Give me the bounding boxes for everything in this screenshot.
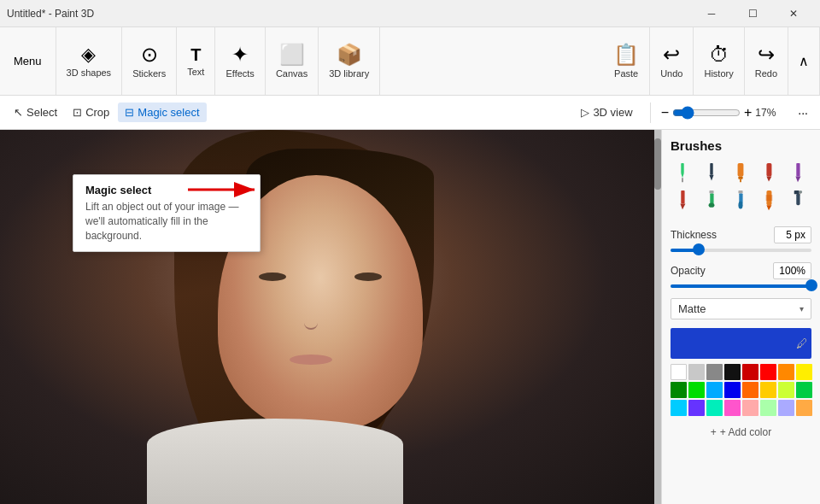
color-cyan[interactable] (671, 400, 687, 416)
ribbon-label: History (704, 68, 733, 79)
brush-crayon[interactable] (757, 189, 781, 213)
thickness-thumb[interactable] (693, 243, 705, 255)
color-palette (671, 364, 811, 416)
svg-rect-19 (738, 190, 742, 193)
eyedropper-button[interactable]: 🖊 (796, 337, 808, 350)
chevron-down-icon: ▾ (800, 304, 804, 314)
opacity-thumb[interactable] (805, 279, 817, 291)
thickness-slider[interactable] (671, 249, 811, 252)
menu-button[interactable]: Menu (0, 27, 56, 95)
color-light-green[interactable] (760, 400, 776, 416)
effects-icon: ✦ (231, 44, 249, 65)
opacity-value[interactable]: 100% (773, 262, 811, 279)
close-button[interactable]: ✕ (774, 0, 813, 27)
color-dark-red[interactable] (742, 364, 758, 380)
window-title: Untitled* - Paint 3D (7, 8, 94, 20)
brush-pencil-red[interactable] (671, 189, 694, 213)
main-content: Magic select Lift an object out of your … (0, 130, 820, 504)
color-orange2[interactable] (742, 382, 758, 398)
ribbon-text[interactable]: T Text (177, 27, 215, 95)
color-light-pink[interactable] (742, 400, 758, 416)
opacity-slider[interactable] (671, 284, 811, 288)
minimize-button[interactable]: ─ (692, 0, 731, 27)
color-gray[interactable] (706, 364, 723, 380)
ribbon-label: Undo (660, 68, 682, 79)
canvas-area[interactable]: Magic select Lift an object out of your … (0, 130, 661, 504)
svg-marker-3 (681, 173, 683, 178)
svg-marker-15 (680, 203, 685, 209)
zoom-in-icon[interactable]: + (744, 105, 752, 120)
color-mint[interactable] (706, 400, 723, 416)
color-red[interactable] (760, 364, 776, 380)
ribbon-label: 3D shapes (67, 67, 112, 78)
color-orange[interactable] (778, 364, 794, 380)
brush-marker2[interactable] (757, 161, 781, 185)
crop-tool[interactable]: ⊡ Crop (66, 103, 116, 122)
opacity-label: Opacity (671, 265, 706, 277)
ribbon-canvas[interactable]: ⬜ Canvas (266, 27, 319, 95)
color-peach[interactable] (796, 400, 812, 416)
more-options-button[interactable]: ··· (793, 104, 813, 121)
current-color-swatch[interactable]: 🖊 (671, 328, 811, 359)
thickness-value[interactable]: 5 px (774, 226, 811, 243)
thickness-row: Thickness 5 px (671, 226, 811, 243)
vertical-scrollbar[interactable] (654, 130, 661, 504)
magic-select-tool[interactable]: ⊟ Magic select (118, 103, 206, 122)
brush-watercolor[interactable] (729, 189, 753, 213)
plus-icon: + (711, 426, 717, 438)
zoom-control: − + 17% (661, 105, 787, 120)
ribbon-paste[interactable]: 📋 Paste (603, 27, 650, 95)
redo-icon: ↪ (758, 44, 775, 65)
style-dropdown[interactable]: Matte ▾ (671, 298, 811, 319)
toolbar-right: ▷ 3D view − + 17% ··· (574, 103, 813, 123)
ribbon-collapse[interactable]: ∧ (788, 27, 820, 95)
color-light-gray[interactable] (688, 364, 705, 380)
ribbon-undo[interactable]: ↩ Undo (650, 27, 694, 95)
ribbon-3d-library[interactable]: 📦 3D library (319, 27, 380, 95)
3d-view-toggle[interactable]: ▷ 3D view (574, 103, 639, 122)
ribbon-history[interactable]: ⏱ History (694, 27, 744, 95)
color-gold[interactable] (760, 382, 776, 398)
color-lavender[interactable] (778, 400, 794, 416)
ribbon: Menu ◈ 3D shapes ⊙ Stickers T Text ✦ Eff… (0, 27, 820, 96)
scroll-thumb[interactable] (654, 138, 661, 190)
ribbon-redo[interactable]: ↪ Redo (745, 27, 788, 95)
color-white[interactable] (671, 364, 687, 380)
color-black[interactable] (724, 364, 741, 380)
magic-select-icon: ⊟ (125, 106, 134, 119)
play-icon: ▷ (581, 106, 589, 119)
zoom-slider-input[interactable] (672, 106, 741, 120)
color-dark-green[interactable] (671, 382, 687, 398)
color-pink[interactable] (724, 400, 741, 416)
svg-rect-2 (681, 163, 683, 173)
3d-library-icon: 📦 (337, 44, 362, 65)
add-color-button[interactable]: + + Add color (671, 423, 811, 442)
color-light-blue[interactable] (706, 382, 723, 398)
color-blue[interactable] (724, 382, 741, 398)
color-yellow[interactable] (796, 364, 812, 380)
color-teal-green[interactable] (796, 382, 812, 398)
color-green[interactable] (688, 382, 705, 398)
brush-oil[interactable] (700, 189, 723, 213)
brushes-panel: Brushes (661, 130, 820, 504)
zoom-out-icon[interactable]: − (661, 105, 669, 120)
ribbon-effects[interactable]: ✦ Effects (215, 27, 265, 95)
crop-label: Crop (85, 106, 109, 119)
ribbon-stickers[interactable]: ⊙ Stickers (122, 27, 177, 95)
brush-pen[interactable] (700, 161, 723, 185)
ribbon-label: Paste (614, 68, 638, 79)
brush-pencil-purple[interactable] (786, 161, 810, 185)
color-lime[interactable] (778, 382, 794, 398)
svg-marker-11 (767, 176, 772, 181)
color-purple[interactable] (688, 400, 705, 416)
brush-marker1[interactable] (729, 161, 753, 185)
select-tool[interactable]: ↖ Select (7, 103, 64, 122)
ribbon-label: Canvas (276, 68, 308, 79)
maximize-button[interactable]: ☐ (733, 0, 772, 27)
ribbon-3d-shapes[interactable]: ◈ 3D shapes (56, 27, 123, 95)
opacity-row: Opacity 100% (671, 262, 811, 279)
brush-spray[interactable] (786, 189, 810, 213)
svg-rect-14 (681, 190, 684, 203)
svg-point-21 (738, 202, 742, 209)
brush-calligraphy[interactable] (671, 161, 694, 185)
